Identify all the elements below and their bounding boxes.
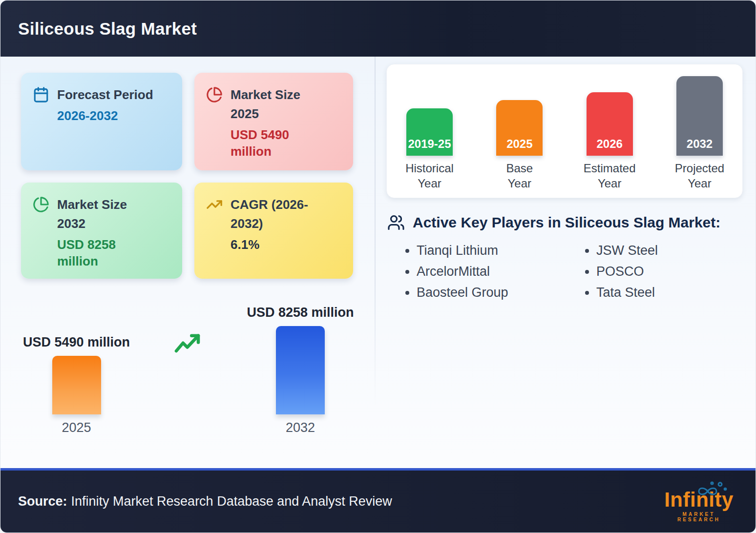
- card-value: 6.1%: [231, 236, 331, 253]
- key-player-item: Tata Steel: [596, 284, 734, 301]
- card-value: USD 8258 million: [57, 236, 157, 269]
- left-panel: Forecast Period 2026-2032 Market Size 20…: [0, 57, 375, 468]
- key-player-item: Tianqi Lithium: [417, 242, 554, 259]
- logo-subtitle: MARKET RESEARCH: [660, 512, 738, 522]
- growth-bar-group-2032: USD 8258 million 2032: [244, 305, 357, 435]
- key-players-column-2: JSW Steel POSCO Tata Steel: [583, 242, 734, 305]
- pie-chart-icon: [33, 196, 49, 213]
- market-growth-chart: USD 5490 million 2025 USD 8258 million 2…: [0, 305, 375, 435]
- infinity-doodle-icon: [693, 480, 731, 498]
- timeline-year: 2026: [596, 137, 622, 151]
- growth-bar-year: 2025: [62, 420, 91, 435]
- key-players-list: Tianqi Lithium ArcelorMittal Baosteel Gr…: [403, 242, 743, 305]
- card-value: USD 5490 million: [231, 126, 331, 160]
- footer: Source:Infinity Market Research Database…: [0, 468, 756, 533]
- timeline-item: 2025 Base Year: [491, 64, 547, 198]
- growth-bar-2032: [276, 326, 325, 414]
- trending-up-icon: [206, 196, 223, 213]
- timeline-item: 2026 Estimated Year: [582, 64, 638, 198]
- card-title: Market Size 2025: [231, 85, 331, 123]
- key-player-item: JSW Steel: [596, 242, 734, 259]
- key-player-item: ArcelorMittal: [417, 263, 554, 280]
- timeline-bar-base: 2025: [496, 100, 543, 156]
- key-players-column-1: Tianqi Lithium ArcelorMittal Baosteel Gr…: [403, 242, 554, 305]
- right-panel: 2019-25 Historical Year 2025 Base Year 2…: [376, 57, 756, 468]
- timeline-label: Historical Year: [405, 161, 454, 191]
- infinity-logo: Infinity MARKET RESEARCH: [660, 481, 738, 522]
- timeline-label: Projected Year: [675, 161, 724, 191]
- key-players-title: Active Key Players in Siliceous Slag Mar…: [413, 214, 720, 231]
- card-title: CAGR (2026-2032): [231, 195, 331, 233]
- source-label: Source:: [18, 494, 67, 509]
- timeline-year: 2032: [687, 137, 713, 151]
- key-player-item: Baosteel Group: [417, 284, 554, 301]
- pie-chart-icon: [206, 86, 223, 103]
- header: Siliceous Slag Market: [0, 0, 756, 57]
- timeline-year: 2019-25: [408, 137, 451, 151]
- card-forecast-period: Forecast Period 2026-2032: [21, 73, 182, 170]
- timeline-card: 2019-25 Historical Year 2025 Base Year 2…: [386, 64, 743, 198]
- source-text: Source:Infinity Market Research Database…: [18, 494, 392, 509]
- card-market-size-2025: Market Size 2025 USD 5490 million: [194, 73, 353, 170]
- key-player-item: POSCO: [596, 263, 734, 280]
- timeline-label: Estimated Year: [584, 161, 636, 191]
- timeline-item: 2019-25 Historical Year: [401, 64, 458, 198]
- card-cagr: CAGR (2026-2032) 6.1%: [194, 183, 353, 279]
- timeline-year: 2025: [506, 137, 532, 151]
- growth-bar-year: 2032: [286, 420, 315, 435]
- growth-arrow-icon: [174, 332, 203, 355]
- key-players-section: Active Key Players in Siliceous Slag Mar…: [387, 214, 743, 305]
- growth-bar-group-2025: USD 5490 million 2025: [19, 335, 134, 435]
- summary-cards: Forecast Period 2026-2032 Market Size 20…: [21, 73, 353, 279]
- timeline-bar-projected: 2032: [676, 76, 723, 156]
- timeline-item: 2032 Projected Year: [672, 64, 728, 198]
- growth-bar-label: USD 8258 million: [247, 305, 354, 320]
- growth-bar-label: USD 5490 million: [23, 335, 130, 350]
- card-title: Market Size 2032: [57, 195, 157, 233]
- infographic-root: Siliceous Slag Market Forecast Period 20…: [0, 0, 756, 533]
- timeline-bar-historical: 2019-25: [406, 108, 453, 156]
- timeline-label: Base Year: [506, 161, 533, 191]
- calendar-icon: [33, 86, 49, 103]
- card-title: Forecast Period: [57, 85, 157, 104]
- card-market-size-2032: Market Size 2032 USD 8258 million: [21, 183, 182, 279]
- page-title: Siliceous Slag Market: [18, 19, 197, 39]
- users-icon: [387, 214, 405, 231]
- growth-bar-2025: [52, 356, 101, 414]
- card-value: 2026-2032: [57, 107, 157, 124]
- content: Forecast Period 2026-2032 Market Size 20…: [0, 57, 756, 468]
- timeline-bar-estimated: 2026: [587, 92, 633, 156]
